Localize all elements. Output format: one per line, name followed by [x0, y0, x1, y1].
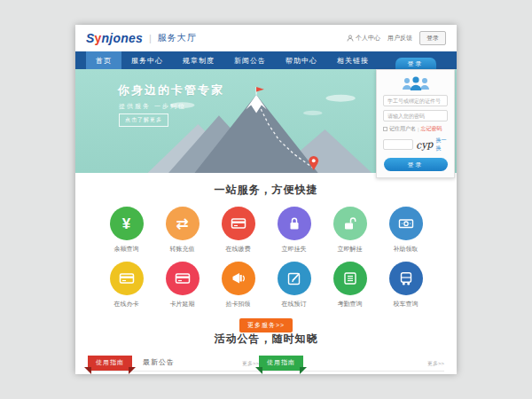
- service-transfer-recharge[interactable]: ⇄ 转账充值: [154, 207, 210, 254]
- nav-item-links[interactable]: 相关链接: [327, 51, 379, 69]
- service-circle: [333, 207, 367, 240]
- transfer-icon: ⇄: [176, 216, 188, 231]
- captcha-input[interactable]: [383, 139, 413, 150]
- services-title: 一站服务，方便快捷: [75, 183, 457, 198]
- bus-icon: [398, 270, 414, 286]
- user-feedback-label: 用户反馈: [387, 34, 412, 43]
- service-label: 在线预订: [282, 300, 307, 309]
- megaphone-icon: [231, 270, 246, 286]
- personal-center-label: 个人中心: [356, 34, 380, 43]
- services-grid: ¥ 余额查询 ⇄ 转账充值 在线缴费: [75, 207, 457, 309]
- banknote-icon: [398, 215, 414, 231]
- service-circle: [166, 262, 200, 295]
- more-link-right[interactable]: 更多>>: [427, 360, 444, 371]
- service-circle: [389, 207, 423, 240]
- user-feedback-link[interactable]: 用户反馈: [387, 34, 412, 43]
- service-circle: [333, 262, 367, 295]
- service-circle: ¥: [110, 207, 144, 240]
- card-icon: [119, 270, 135, 286]
- tab-usage-guide-right[interactable]: 使用指南: [259, 356, 303, 371]
- site-name: 服务大厅: [158, 32, 197, 44]
- edit-icon: [286, 270, 302, 286]
- service-attendance-inquiry[interactable]: 考勤查询: [322, 262, 378, 309]
- portal-page: Synjones | 服务大厅 个人中心 用户反馈 登录 首页 服务中心 规章制…: [75, 25, 457, 374]
- service-label: 在线办卡: [114, 300, 139, 309]
- password-input[interactable]: [383, 110, 448, 121]
- header-right: 个人中心 用户反馈 登录: [347, 31, 446, 45]
- service-circle: [278, 207, 311, 240]
- service-report-loss[interactable]: 立即挂失: [266, 207, 322, 254]
- service-label: 余额查询: [114, 245, 139, 254]
- service-balance-inquiry[interactable]: ¥ 余额查询: [98, 207, 154, 254]
- service-online-card-apply[interactable]: 在线办卡: [98, 262, 154, 309]
- captcha-row: cyp 换一换: [383, 137, 448, 153]
- person-icon: [347, 35, 354, 42]
- service-online-payment[interactable]: 在线缴费: [210, 207, 266, 254]
- logo-text: S: [86, 31, 95, 45]
- service-label: 卡片延期: [170, 300, 195, 309]
- service-card-extension[interactable]: 卡片延期: [154, 262, 210, 309]
- service-cancel-loss[interactable]: 立即解挂: [322, 207, 378, 254]
- logo-text: njones: [102, 31, 143, 45]
- service-circle: [110, 262, 144, 295]
- service-label: 考勤查询: [338, 300, 363, 309]
- service-online-booking[interactable]: 在线预订: [266, 262, 322, 309]
- list-icon: [342, 270, 358, 286]
- announcements-section: 活动公告，随时知晓 使用指南 最新公告 更多>> 使用指南 更多>>: [75, 324, 457, 372]
- tab-latest-announcements[interactable]: 最新公告: [132, 357, 185, 371]
- nav-item-service-center[interactable]: 服务中心: [121, 51, 173, 69]
- personal-center-link[interactable]: 个人中心: [347, 34, 380, 43]
- service-label: 转账充值: [170, 245, 195, 254]
- announcements-title: 活动公告，随时知晓: [75, 332, 457, 347]
- service-circle: [389, 262, 423, 295]
- card-icon: [175, 270, 191, 286]
- username-input[interactable]: [383, 95, 448, 106]
- yen-icon: ¥: [122, 216, 130, 231]
- service-school-bus-inquiry[interactable]: 校车查询: [378, 262, 434, 309]
- service-label: 拾卡招领: [226, 300, 251, 309]
- service-circle: [222, 207, 255, 240]
- service-label: 立即解挂: [338, 245, 363, 254]
- announcements-right-column: 使用指南 更多>>: [259, 356, 444, 371]
- service-label: 校车查询: [394, 300, 419, 309]
- login-options-row: 记住用户名 | 忘记密码: [383, 125, 448, 133]
- nav-item-home[interactable]: 首页: [86, 51, 121, 69]
- service-circle: ⇄: [166, 207, 200, 240]
- service-circle: [278, 262, 311, 295]
- more-services-button[interactable]: 更多服务>>: [239, 318, 293, 332]
- announcements-tabs: 使用指南 最新公告 更多>> 使用指南 更多>>: [88, 356, 444, 372]
- login-body: 记住用户名 | 忘记密码 cyp 换一换 登录: [376, 69, 455, 178]
- services-section: 一站服务，方便快捷 ¥ 余额查询 ⇄ 转账充值: [75, 173, 457, 324]
- login-submit-button[interactable]: 登录: [384, 158, 448, 171]
- options-divider: |: [418, 127, 419, 132]
- login-tab[interactable]: 登录: [395, 58, 436, 69]
- service-circle: [222, 262, 255, 295]
- mountain-illustration: [145, 86, 373, 173]
- remember-label: 记住用户名: [389, 125, 416, 133]
- service-found-card-claim[interactable]: 拾卡招领: [210, 262, 266, 309]
- users-group-icon: [400, 75, 432, 91]
- service-label: 在线缴费: [226, 245, 251, 254]
- tab-usage-guide-left[interactable]: 使用指南: [88, 356, 132, 371]
- logo-mark: y: [95, 31, 102, 45]
- nav-item-news[interactable]: 新闻公告: [224, 51, 276, 69]
- nav-item-help-center[interactable]: 帮助中心: [276, 51, 327, 69]
- service-subsidy-collect[interactable]: 补助领取: [378, 207, 434, 254]
- card-icon: [231, 215, 246, 231]
- refresh-captcha-link[interactable]: 换一换: [435, 137, 448, 153]
- captcha-image: cyp: [416, 138, 434, 151]
- nav-item-rules[interactable]: 规章制度: [173, 51, 224, 69]
- logo[interactable]: Synjones: [86, 31, 143, 45]
- login-panel: 登录 记住用户名 | 忘记密码 cyp: [376, 58, 455, 178]
- service-label: 补助领取: [394, 245, 419, 254]
- forgot-password-link[interactable]: 忘记密码: [421, 125, 442, 133]
- screenshot-stage: Synjones | 服务大厅 个人中心 用户反馈 登录 首页 服务中心 规章制…: [0, 0, 532, 399]
- remember-checkbox[interactable]: [383, 127, 387, 131]
- header: Synjones | 服务大厅 个人中心 用户反馈 登录: [75, 25, 457, 51]
- header-login-button[interactable]: 登录: [419, 31, 446, 45]
- logo-divider: |: [149, 33, 152, 43]
- lock-icon: [286, 215, 302, 231]
- service-label: 立即挂失: [282, 245, 307, 254]
- unlock-icon: [342, 215, 358, 231]
- announcements-left-column: 使用指南 最新公告 更多>>: [88, 356, 259, 371]
